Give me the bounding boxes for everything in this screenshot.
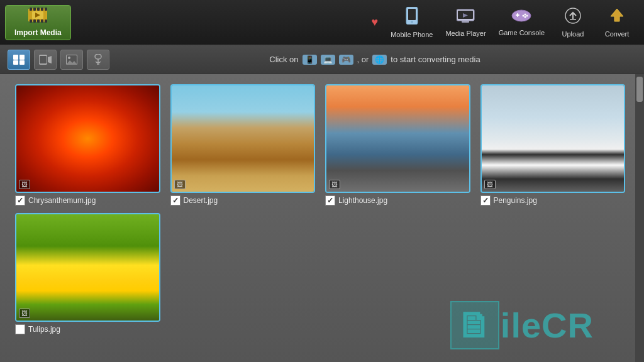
convert-button[interactable]: Convert bbox=[595, 5, 639, 40]
filter-video-button[interactable] bbox=[34, 50, 57, 70]
svg-rect-6 bbox=[30, 19, 32, 23]
mobile-phone-label: Mobile Phone bbox=[391, 31, 433, 38]
check-mark-icon: ✓ bbox=[17, 196, 23, 205]
svg-point-15 bbox=[411, 21, 413, 23]
import-media-button[interactable]: Import Media bbox=[5, 5, 71, 40]
hint-upload-icon: 🌐 bbox=[372, 55, 387, 65]
convert-icon bbox=[608, 8, 626, 28]
svg-rect-14 bbox=[408, 9, 416, 20]
mobile-phone-icon bbox=[404, 7, 419, 28]
check-mark-icon: ✓ bbox=[327, 196, 333, 205]
game-console-button[interactable]: Game Console bbox=[492, 6, 551, 39]
svg-rect-8 bbox=[37, 19, 40, 23]
hint-or: , or bbox=[357, 55, 369, 64]
svg-rect-1 bbox=[30, 8, 32, 11]
hint-end: to start converting media bbox=[391, 55, 480, 64]
media-label: ✓ Penguins.jpg bbox=[480, 195, 537, 206]
svg-point-39 bbox=[68, 57, 70, 59]
main-content: 🖼 ✓ Chrysanthemum.jpg 🖼 ✓ Desert.jpg bbox=[0, 74, 644, 362]
media-grid: 🖼 ✓ Chrysanthemum.jpg 🖼 ✓ Desert.jpg bbox=[0, 74, 635, 362]
image-type-indicator: 🖼 bbox=[19, 180, 30, 189]
check-mark-icon: ✓ bbox=[482, 196, 489, 205]
svg-rect-18 bbox=[462, 21, 469, 23]
upload-icon bbox=[564, 8, 582, 28]
media-label: ✓ Tulips.jpg bbox=[15, 324, 60, 334]
svg-rect-4 bbox=[41, 8, 43, 11]
thumbnail-lighthouse: 🖼 bbox=[325, 84, 470, 193]
image-type-indicator: 🖼 bbox=[19, 309, 30, 318]
game-console-label: Game Console bbox=[499, 29, 545, 36]
filename-tulips: Tulips.jpg bbox=[28, 325, 60, 334]
hint-game-icon: 🎮 bbox=[339, 55, 353, 65]
svg-point-26 bbox=[523, 14, 525, 16]
list-item[interactable]: 🖼 ✓ Chrysanthemum.jpg bbox=[15, 84, 160, 206]
svg-marker-36 bbox=[48, 56, 52, 63]
svg-rect-22 bbox=[517, 13, 518, 17]
thumbnail-tulips: 🖼 bbox=[15, 213, 160, 322]
upload-label: Upload bbox=[562, 30, 584, 38]
svg-rect-31 bbox=[19, 55, 25, 60]
hint-media-icon: 💻 bbox=[321, 55, 335, 65]
import-media-icon bbox=[28, 8, 47, 26]
svg-rect-32 bbox=[13, 60, 18, 65]
svg-rect-33 bbox=[19, 60, 25, 65]
svg-point-23 bbox=[525, 13, 526, 15]
svg-rect-3 bbox=[37, 8, 40, 11]
svg-point-25 bbox=[525, 16, 526, 18]
filter-image-button[interactable] bbox=[60, 50, 83, 70]
checkbox-lighthouse[interactable]: ✓ bbox=[325, 195, 335, 206]
filter-all-button[interactable] bbox=[8, 50, 30, 70]
svg-rect-5 bbox=[45, 8, 47, 11]
filename-lighthouse: Lighthouse.jpg bbox=[338, 196, 387, 205]
checkbox-tulips[interactable]: ✓ bbox=[15, 324, 25, 334]
import-media-label: Import Media bbox=[14, 28, 62, 37]
svg-rect-9 bbox=[41, 19, 43, 23]
checkbox-chrysanthemum[interactable]: ✓ bbox=[15, 195, 25, 206]
toolbar-hint: Click on 📱 💻 🎮 , or 🌐 to start convertin… bbox=[113, 55, 636, 65]
upload-button[interactable]: Upload bbox=[551, 5, 595, 40]
list-item[interactable]: 🖼 ✓ Desert.jpg bbox=[170, 84, 316, 206]
svg-point-41 bbox=[95, 54, 101, 59]
svg-rect-7 bbox=[33, 19, 36, 23]
svg-rect-2 bbox=[33, 8, 36, 11]
scrollbar-thumb[interactable] bbox=[636, 77, 643, 102]
media-label: ✓ Lighthouse.jpg bbox=[325, 195, 387, 206]
image-type-indicator: 🖼 bbox=[329, 180, 340, 189]
hint-click-on: Click on bbox=[269, 55, 298, 64]
media-player-button[interactable]: Media Player bbox=[439, 6, 492, 40]
thumbnail-chrysanthemum: 🖼 bbox=[15, 84, 160, 193]
checkbox-desert[interactable]: ✓ bbox=[170, 195, 180, 206]
svg-rect-10 bbox=[45, 19, 47, 23]
mobile-phone-button[interactable]: Mobile Phone bbox=[384, 4, 439, 41]
svg-rect-30 bbox=[13, 55, 18, 60]
svg-rect-35 bbox=[40, 56, 47, 63]
media-player-icon bbox=[457, 8, 475, 27]
top-toolbar: Import Media ♥ Mobile Phone Media Player bbox=[0, 0, 644, 45]
game-console-icon bbox=[511, 9, 531, 26]
image-type-indicator: 🖼 bbox=[484, 180, 496, 189]
list-item[interactable]: 🖼 ✓ Penguins.jpg bbox=[480, 84, 626, 206]
sub-toolbar: Click on 📱 💻 🎮 , or 🌐 to start convertin… bbox=[0, 45, 644, 74]
media-label: ✓ Desert.jpg bbox=[170, 195, 218, 206]
check-mark-icon: ✓ bbox=[172, 196, 179, 205]
list-item[interactable]: 🖼 ✓ Lighthouse.jpg bbox=[325, 84, 470, 206]
hint-mobile-icon: 📱 bbox=[303, 55, 317, 65]
list-item[interactable]: 🖼 ✓ Tulips.jpg bbox=[15, 213, 160, 334]
filename-desert: Desert.jpg bbox=[184, 196, 218, 205]
scrollbar-track[interactable] bbox=[635, 74, 644, 362]
media-player-label: Media Player bbox=[445, 30, 486, 37]
convert-label: Convert bbox=[605, 30, 630, 38]
filename-chrysanthemum: Chrysanthemum.jpg bbox=[28, 196, 96, 205]
filter-audio-button[interactable] bbox=[87, 50, 109, 70]
svg-point-24 bbox=[526, 14, 528, 16]
checkbox-penguins[interactable]: ✓ bbox=[480, 195, 491, 206]
media-label: ✓ Chrysanthemum.jpg bbox=[15, 195, 96, 206]
image-type-indicator: 🖼 bbox=[174, 180, 186, 189]
heart-icon: ♥ bbox=[371, 16, 378, 29]
thumbnail-desert: 🖼 bbox=[170, 84, 316, 193]
thumbnail-penguins: 🖼 bbox=[480, 84, 626, 193]
filename-penguins: Penguins.jpg bbox=[494, 196, 537, 205]
